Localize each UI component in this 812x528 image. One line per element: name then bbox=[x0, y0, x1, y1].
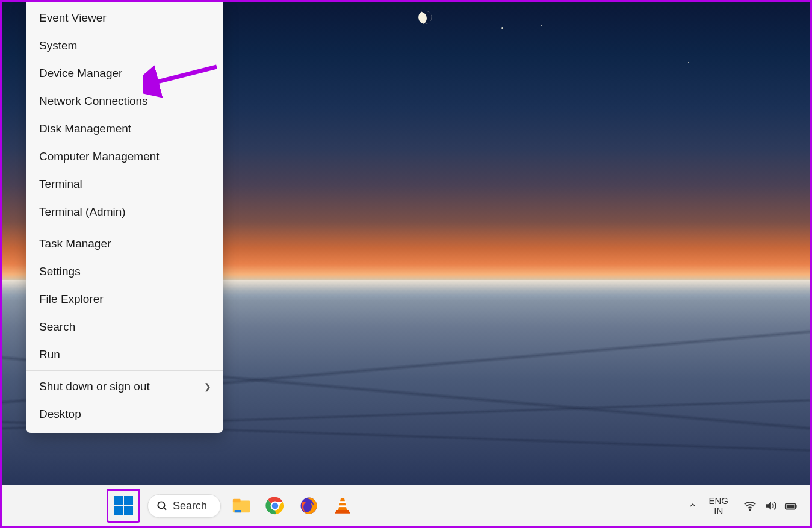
menu-item-system[interactable]: System bbox=[26, 32, 223, 60]
star-decoration bbox=[501, 27, 503, 29]
menu-item-task-manager[interactable]: Task Manager bbox=[26, 230, 223, 258]
menu-item-shutdown-signout[interactable]: Shut down or sign out ❯ bbox=[26, 373, 223, 400]
language-indicator[interactable]: ENG IN bbox=[708, 495, 728, 517]
menu-item-label: Run bbox=[39, 348, 60, 361]
menu-item-run[interactable]: Run bbox=[26, 341, 223, 368]
menu-item-label: Computer Management bbox=[39, 150, 160, 163]
star-decoration bbox=[541, 25, 542, 26]
svg-line-2 bbox=[164, 507, 166, 509]
menu-item-label: Shut down or sign out bbox=[39, 380, 150, 393]
menu-item-label: Terminal (Admin) bbox=[39, 205, 126, 219]
menu-item-terminal-admin[interactable]: Terminal (Admin) bbox=[26, 198, 223, 226]
menu-item-search[interactable]: Search bbox=[26, 313, 223, 341]
svg-rect-4 bbox=[233, 499, 241, 503]
taskbar-file-explorer[interactable] bbox=[228, 492, 255, 519]
language-region: IN bbox=[708, 506, 728, 516]
menu-item-label: Network Connections bbox=[39, 95, 148, 108]
menu-item-label: System bbox=[39, 39, 77, 52]
file-explorer-icon bbox=[231, 495, 252, 516]
svg-rect-11 bbox=[339, 501, 346, 503]
taskbar-center: Search bbox=[107, 489, 356, 523]
windows-logo-icon bbox=[114, 496, 133, 515]
chevron-right-icon: ❯ bbox=[204, 382, 211, 391]
svg-point-1 bbox=[158, 502, 164, 508]
winx-context-menu: Event Viewer System Device Manager Netwo… bbox=[26, 2, 223, 433]
menu-item-label: Desktop bbox=[39, 408, 81, 421]
menu-item-device-manager[interactable]: Device Manager bbox=[26, 60, 223, 87]
tray-overflow-button[interactable] bbox=[688, 500, 698, 512]
firefox-icon bbox=[299, 495, 319, 516]
menu-item-label: Event Viewer bbox=[39, 11, 107, 25]
search-icon bbox=[157, 500, 168, 512]
language-code: ENG bbox=[708, 495, 728, 506]
quick-settings-button[interactable] bbox=[739, 496, 802, 515]
menu-item-terminal[interactable]: Terminal bbox=[26, 170, 223, 198]
system-tray: ENG IN bbox=[688, 495, 802, 517]
star-decoration bbox=[688, 62, 689, 63]
taskbar-chrome[interactable] bbox=[262, 492, 288, 519]
battery-icon bbox=[784, 499, 798, 512]
chrome-icon bbox=[265, 495, 285, 516]
vlc-icon bbox=[332, 495, 353, 516]
search-label: Search bbox=[173, 500, 207, 512]
menu-item-computer-management[interactable]: Computer Management bbox=[26, 143, 223, 170]
menu-item-label: Terminal bbox=[39, 178, 82, 191]
menu-separator bbox=[26, 370, 223, 371]
taskbar: Search ENG IN bbox=[2, 485, 810, 526]
taskbar-vlc[interactable] bbox=[329, 492, 356, 519]
menu-item-event-viewer[interactable]: Event Viewer bbox=[26, 4, 223, 32]
svg-point-13 bbox=[749, 509, 751, 510]
wifi-icon bbox=[743, 499, 757, 512]
menu-item-label: Settings bbox=[39, 265, 81, 278]
menu-item-label: Device Manager bbox=[39, 67, 122, 80]
menu-separator bbox=[26, 228, 223, 228]
moon-decoration bbox=[416, 8, 433, 26]
start-button[interactable] bbox=[111, 493, 136, 518]
menu-item-disk-management[interactable]: Disk Management bbox=[26, 115, 223, 143]
svg-rect-15 bbox=[795, 505, 796, 508]
menu-item-file-explorer[interactable]: File Explorer bbox=[26, 285, 223, 313]
menu-item-network-connections[interactable]: Network Connections bbox=[26, 87, 223, 115]
taskbar-firefox[interactable] bbox=[296, 492, 322, 519]
taskbar-search-button[interactable]: Search bbox=[147, 494, 221, 518]
chevron-up-icon bbox=[688, 500, 698, 510]
menu-item-label: Disk Management bbox=[39, 122, 131, 135]
menu-item-label: Search bbox=[39, 320, 75, 334]
svg-rect-16 bbox=[787, 505, 795, 508]
menu-item-settings[interactable]: Settings bbox=[26, 258, 223, 285]
volume-icon bbox=[764, 499, 777, 512]
menu-item-label: File Explorer bbox=[39, 293, 104, 306]
menu-item-label: Task Manager bbox=[39, 237, 111, 250]
svg-rect-12 bbox=[339, 505, 347, 507]
svg-rect-5 bbox=[235, 510, 241, 512]
menu-item-desktop[interactable]: Desktop bbox=[26, 400, 223, 428]
annotation-highlight bbox=[107, 489, 140, 523]
